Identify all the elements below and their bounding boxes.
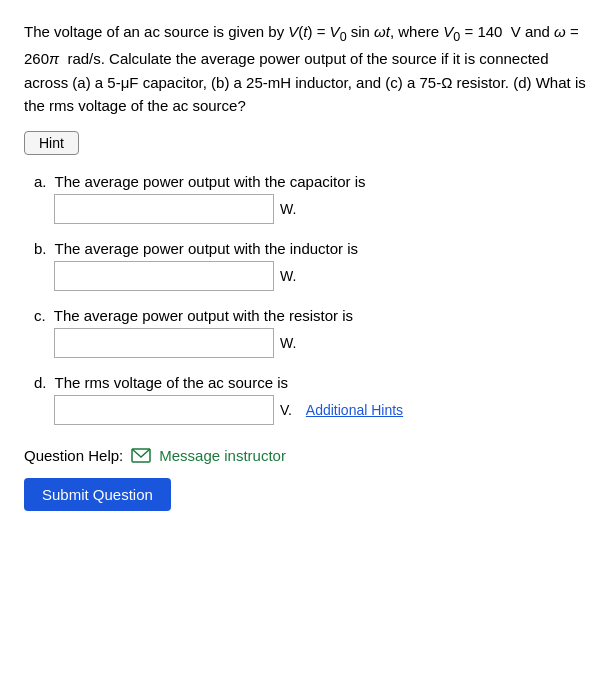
question-help-label: Question Help:	[24, 447, 123, 464]
part-c-input[interactable]	[54, 328, 274, 358]
part-d-description: The rms voltage of the ac source is	[55, 374, 288, 391]
part-c-label: c. The average power output with the res…	[34, 307, 587, 324]
part-b-letter: b.	[34, 240, 47, 257]
part-c-letter: c.	[34, 307, 46, 324]
part-a-description: The average power output with the capaci…	[55, 173, 366, 190]
part-d: d. The rms voltage of the ac source is V…	[34, 374, 587, 425]
part-b-description: The average power output with the induct…	[55, 240, 359, 257]
parts-section: a. The average power output with the cap…	[34, 173, 587, 425]
part-d-input[interactable]	[54, 395, 274, 425]
part-a-input[interactable]	[54, 194, 274, 224]
submit-button[interactable]: Submit Question	[24, 478, 171, 511]
part-d-letter: d.	[34, 374, 47, 391]
part-a-letter: a.	[34, 173, 47, 190]
part-c-description: The average power output with the resist…	[54, 307, 353, 324]
message-icon	[131, 448, 151, 463]
question-help-row: Question Help: Message instructor	[24, 447, 587, 464]
part-c-unit: W.	[280, 335, 296, 351]
message-instructor-link[interactable]: Message instructor	[159, 447, 286, 464]
part-a-label: a. The average power output with the cap…	[34, 173, 587, 190]
part-b: b. The average power output with the ind…	[34, 240, 587, 291]
part-d-unit: V.	[280, 402, 296, 418]
part-a: a. The average power output with the cap…	[34, 173, 587, 224]
hint-button[interactable]: Hint	[24, 131, 79, 155]
part-d-label: d. The rms voltage of the ac source is	[34, 374, 587, 391]
part-a-unit: W.	[280, 201, 296, 217]
problem-text: The voltage of an ac source is given by …	[24, 20, 587, 117]
part-b-unit: W.	[280, 268, 296, 284]
additional-hints-link[interactable]: Additional Hints	[306, 402, 403, 418]
part-b-label: b. The average power output with the ind…	[34, 240, 587, 257]
part-b-input[interactable]	[54, 261, 274, 291]
part-c: c. The average power output with the res…	[34, 307, 587, 358]
